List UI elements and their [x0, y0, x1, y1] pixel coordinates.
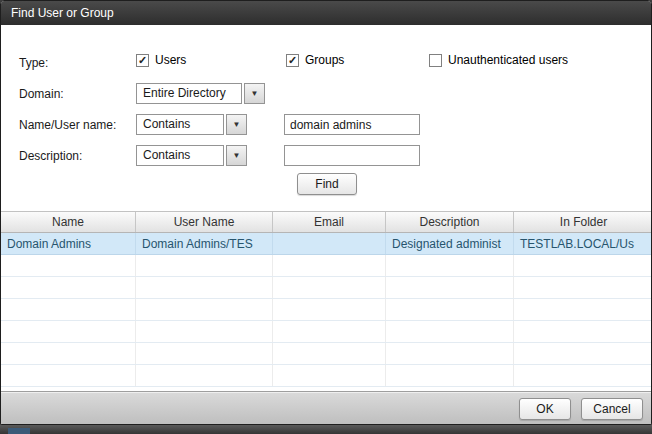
- table-header-row: Name User Name Email Description In Fold…: [1, 211, 652, 233]
- description-operator-value[interactable]: Contains: [136, 145, 224, 166]
- domain-combobox-value[interactable]: Entire Directory: [136, 83, 242, 104]
- table-row-empty: [1, 343, 652, 365]
- cell-in-folder: TESTLAB.LOCAL/Us: [514, 233, 652, 254]
- name-label: Name/User name:: [19, 118, 116, 132]
- dialog-titlebar[interactable]: Find User or Group: [1, 1, 651, 25]
- name-operator-combobox[interactable]: Contains ▼: [136, 114, 247, 135]
- groups-checkbox-group[interactable]: Groups: [286, 53, 344, 67]
- description-operator-combobox[interactable]: Contains ▼: [136, 145, 247, 166]
- unauthenticated-users-checkbox[interactable]: [429, 54, 442, 67]
- groups-checkbox[interactable]: [286, 54, 299, 67]
- domain-label: Domain:: [19, 87, 64, 101]
- description-label: Description:: [19, 149, 82, 163]
- table-row[interactable]: Domain Admins Domain Admins/TES Designat…: [1, 233, 652, 255]
- column-header-description[interactable]: Description: [386, 212, 514, 232]
- domain-combobox[interactable]: Entire Directory ▼: [136, 83, 265, 104]
- column-header-user-name[interactable]: User Name: [136, 212, 273, 232]
- users-checkbox-group[interactable]: Users: [136, 53, 186, 67]
- table-row-empty: [1, 365, 652, 387]
- groups-checkbox-label: Groups: [305, 53, 344, 67]
- cell-user-name: Domain Admins/TES: [136, 233, 273, 254]
- unauthenticated-users-checkbox-label: Unauthenticated users: [448, 53, 568, 67]
- dialog-footer: OK Cancel: [1, 391, 652, 425]
- find-user-or-group-dialog: Find User or Group Type: Domain: Name/Us…: [0, 0, 652, 425]
- unauthenticated-users-checkbox-group[interactable]: Unauthenticated users: [429, 53, 568, 67]
- background-window-fragment: [8, 428, 30, 434]
- find-button[interactable]: Find: [297, 173, 357, 195]
- table-row-empty: [1, 321, 652, 343]
- results-table: Name User Name Email Description In Fold…: [1, 211, 652, 391]
- chevron-down-icon[interactable]: ▼: [244, 83, 265, 104]
- dialog-title: Find User or Group: [11, 6, 114, 20]
- cancel-button[interactable]: Cancel: [581, 398, 643, 420]
- ok-button[interactable]: OK: [519, 398, 571, 420]
- background-desktop-strip: [0, 425, 652, 434]
- column-header-email[interactable]: Email: [273, 212, 386, 232]
- cell-email: [273, 233, 386, 254]
- description-search-input[interactable]: [284, 145, 420, 166]
- users-checkbox[interactable]: [136, 54, 149, 67]
- table-row-empty: [1, 299, 652, 321]
- table-row-empty: [1, 277, 652, 299]
- chevron-down-icon[interactable]: ▼: [226, 114, 247, 135]
- table-row-empty: [1, 255, 652, 277]
- users-checkbox-label: Users: [155, 53, 186, 67]
- column-header-name[interactable]: Name: [1, 212, 136, 232]
- table-body: Domain Admins Domain Admins/TES Designat…: [1, 233, 652, 387]
- cell-description: Designated administ: [386, 233, 514, 254]
- name-search-input[interactable]: [284, 114, 420, 135]
- column-header-in-folder[interactable]: In Folder: [514, 212, 652, 232]
- cell-name: Domain Admins: [1, 233, 136, 254]
- type-label: Type:: [19, 56, 48, 70]
- chevron-down-icon[interactable]: ▼: [226, 145, 247, 166]
- name-operator-value[interactable]: Contains: [136, 114, 224, 135]
